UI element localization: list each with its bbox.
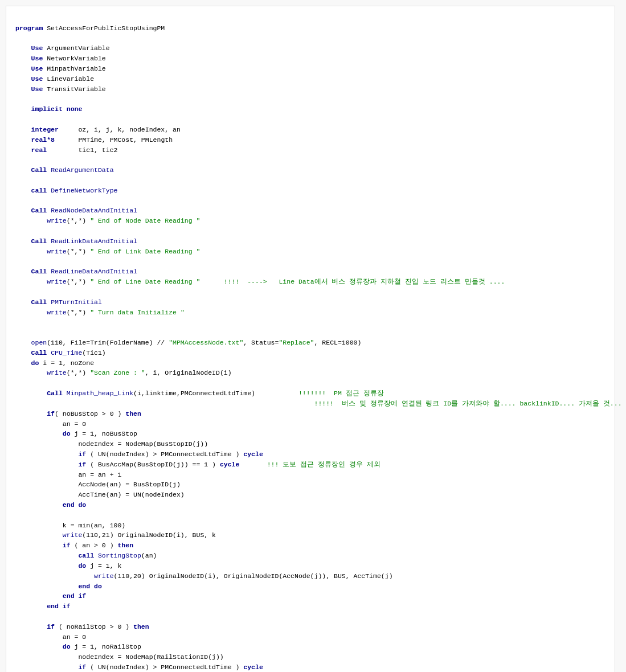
code-container: program SetAccessForPublIicStopUsingPM U… <box>6 6 615 672</box>
code-block: program SetAccessForPublIicStopUsingPM U… <box>15 13 605 672</box>
